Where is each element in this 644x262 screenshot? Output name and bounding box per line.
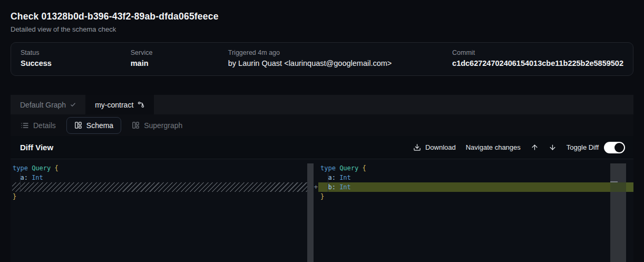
view-tabbar: Details Schema Supergraph: [11, 114, 633, 136]
page-title: Check 01328b0d-b396-43f2-89ab-dfda065fee…: [11, 11, 633, 22]
view-tab-label: Supergraph: [144, 121, 182, 130]
diff-view-header: Diff View Download Navigate changes: [11, 136, 633, 159]
tab-my-contract[interactable]: my-contract: [85, 95, 154, 114]
toggle-diff-switch[interactable]: [604, 142, 625, 153]
code-token: }: [13, 193, 16, 200]
code-token: Query: [339, 164, 358, 172]
schema-diff-editor: type Query { a: Int} + type Query { a: I…: [11, 159, 633, 262]
check-icon: [70, 102, 76, 108]
code-token: b:: [328, 183, 335, 191]
code-line: type Query {: [320, 163, 610, 173]
added-line-plus-marker: +: [314, 182, 318, 192]
status-label: Status: [21, 49, 131, 56]
tab-schema[interactable]: Schema: [66, 117, 121, 134]
scrollbar-added-zone: [610, 182, 626, 192]
toggle-diff-label: Toggle Diff: [567, 143, 599, 151]
code-token: type: [13, 164, 28, 172]
git-compare-icon: [138, 101, 144, 108]
code-token: type: [320, 164, 336, 172]
code-token: Int: [339, 183, 351, 191]
status-column: Status Success: [21, 49, 131, 67]
diff-filler-line: [12, 182, 307, 192]
check-detail-panel: Default Graph my-contract Details: [11, 95, 633, 262]
navigate-changes-button[interactable]: Navigate changes: [466, 143, 521, 151]
ruler-added-mark: [626, 182, 633, 192]
panels-icon: [74, 121, 82, 129]
code-token: [320, 183, 328, 191]
original-scrollbar[interactable]: [307, 163, 314, 262]
code-token: Int: [339, 174, 351, 181]
service-label: Service: [131, 49, 228, 56]
modified-scrollbar[interactable]: [610, 163, 626, 262]
download-icon: [413, 143, 421, 151]
code-token: a:: [20, 174, 27, 181]
list-icon: [21, 121, 29, 130]
diff-view-title: Diff View: [20, 143, 53, 152]
arrow-up-icon: [531, 143, 539, 151]
graph-tabbar: Default Graph my-contract: [11, 95, 633, 114]
service-column: Service main: [131, 49, 228, 67]
code-token: }: [320, 193, 324, 200]
commit-value: c1dc62724702406154013cbe11b225b2e5859502: [452, 59, 623, 67]
graph-tab-label: my-contract: [95, 101, 133, 109]
triggered-value: by Laurin Quast <laurinquast@googlemail.…: [228, 59, 452, 67]
panels-icon: [132, 121, 140, 129]
previous-change-button[interactable]: [531, 143, 539, 151]
page-subtitle: Detailed view of the schema check: [11, 25, 633, 33]
code-token: a:: [328, 174, 335, 181]
code-line: a: Int: [13, 173, 307, 182]
tab-supergraph[interactable]: Supergraph: [131, 117, 183, 134]
service-value: main: [131, 59, 228, 67]
indent-guide: [20, 173, 21, 192]
check-summary-card: Status Success Service main Triggered 4m…: [11, 42, 633, 76]
commit-column: Commit c1dc62724702406154013cbe11b225b2e…: [452, 49, 623, 67]
code-token: Query: [32, 164, 51, 172]
code-token: [358, 164, 362, 172]
code-token: Int: [32, 174, 43, 181]
status-value: Success: [21, 59, 131, 67]
download-button[interactable]: Download: [413, 143, 456, 151]
toggle-knob: [614, 143, 624, 152]
page-header: Check 01328b0d-b396-43f2-89ab-dfda065fee…: [0, 0, 644, 33]
triggered-column: Triggered 4m ago by Laurin Quast <laurin…: [228, 49, 452, 67]
commit-label: Commit: [452, 49, 623, 56]
diff-actions: Download Navigate changes Toggle Diff: [413, 142, 625, 153]
code-token: {: [55, 164, 58, 172]
toggle-diff-group: Toggle Diff: [567, 142, 625, 153]
triggered-label: Triggered 4m ago: [228, 49, 452, 56]
arrow-down-icon: [549, 143, 557, 151]
diff-overview-ruler: [626, 159, 633, 262]
diff-original-pane[interactable]: type Query { a: Int}: [11, 159, 307, 262]
code-line: }: [13, 192, 307, 201]
diff-gutter: +: [314, 159, 318, 262]
tab-details[interactable]: Details: [20, 117, 56, 134]
next-change-button[interactable]: [549, 143, 557, 151]
download-label: Download: [425, 143, 456, 151]
code-token: [13, 174, 20, 181]
code-token: [320, 174, 328, 181]
code-line: type Query {: [13, 163, 307, 173]
code-line: a: Int: [320, 173, 610, 182]
navigate-changes-label: Navigate changes: [466, 143, 521, 151]
code-token: {: [363, 164, 366, 172]
tab-default-graph[interactable]: Default Graph: [11, 95, 85, 114]
view-tab-label: Details: [33, 121, 56, 130]
view-tab-label: Schema: [86, 121, 113, 130]
added-code-line: b: Int: [318, 182, 610, 192]
code-line: }: [320, 192, 610, 201]
code-token: [51, 164, 54, 172]
indent-guide: [328, 173, 328, 192]
graph-tab-label: Default Graph: [20, 101, 66, 109]
diff-modified-pane[interactable]: type Query { a: Int b: Int}: [318, 159, 610, 262]
